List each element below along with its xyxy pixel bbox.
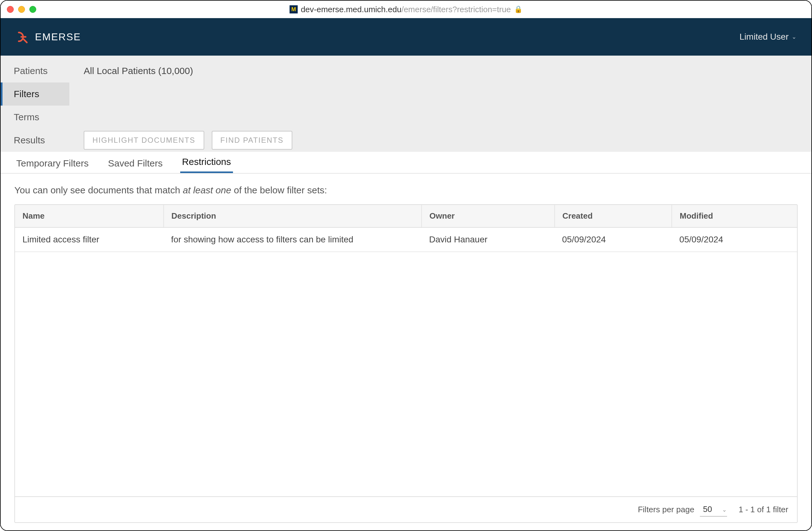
restrictions-table-wrap: Name Description Owner Created Modified … — [14, 204, 798, 523]
col-created[interactable]: Created — [555, 205, 672, 227]
sidebar-item-label: Results — [14, 135, 45, 146]
cell-modified: 05/09/2024 — [672, 227, 797, 252]
terms-row-placeholder — [69, 105, 811, 129]
filters-row-placeholder — [69, 83, 811, 105]
subheader-right: All Local Patients (10,000) HIGHLIGHT DO… — [69, 56, 811, 152]
brand-name: EMERSE — [35, 31, 81, 43]
zoom-window-button[interactable] — [29, 6, 36, 13]
chevron-down-icon: ⌄ — [792, 33, 796, 40]
table-header-row: Name Description Owner Created Modified — [15, 205, 797, 227]
per-page-select[interactable]: 50 — [700, 503, 727, 517]
cell-description: for showing how access to filters can be… — [164, 227, 422, 252]
table-empty-area — [15, 252, 797, 496]
tab-temporary-filters[interactable]: Temporary Filters — [14, 154, 90, 173]
intro-emphasis: at least one — [183, 185, 231, 195]
table-row[interactable]: Limited access filter for showing how ac… — [15, 227, 797, 252]
brand[interactable]: EMERSE — [16, 30, 81, 44]
tab-restrictions[interactable]: Restrictions — [180, 152, 233, 173]
user-menu[interactable]: Limited User ⌄ — [740, 32, 796, 42]
sidebar-item-patients[interactable]: Patients — [1, 59, 69, 83]
url-path: /emerse/filters?restriction=true — [401, 5, 511, 14]
filter-tabs: Temporary Filters Saved Filters Restrict… — [1, 152, 811, 174]
window-titlebar: M dev-emerse.med.umich.edu/emerse/filter… — [1, 1, 811, 18]
col-modified[interactable]: Modified — [672, 205, 797, 227]
sidebar-item-label: Patients — [14, 66, 47, 76]
subheader-area: Patients Filters Terms Results All Local… — [1, 56, 811, 152]
site-favicon: M — [290, 5, 298, 13]
intro-suffix: of the below filter sets: — [231, 185, 327, 195]
url-host: dev-emerse.med.umich.edu — [301, 5, 401, 14]
app-window: M dev-emerse.med.umich.edu/emerse/filter… — [0, 0, 812, 531]
patients-summary: All Local Patients (10,000) — [84, 66, 193, 76]
sidebar-item-label: Terms — [14, 112, 39, 123]
patients-summary-row: All Local Patients (10,000) — [69, 59, 811, 83]
col-owner[interactable]: Owner — [422, 205, 555, 227]
minimize-window-button[interactable] — [18, 6, 25, 13]
lock-icon: 🔒 — [514, 5, 522, 13]
per-page-control: Filters per page 50 ⌄ — [638, 503, 727, 517]
cell-created: 05/09/2024 — [555, 227, 672, 252]
restrictions-table: Name Description Owner Created Modified … — [15, 205, 797, 252]
sidebar-item-terms[interactable]: Terms — [1, 105, 69, 129]
sidebar: Patients Filters Terms Results — [1, 56, 69, 152]
highlight-documents-button[interactable]: HIGHLIGHT DOCUMENTS — [84, 131, 204, 149]
find-patients-button[interactable]: FIND PATIENTS — [212, 131, 292, 149]
per-page-label: Filters per page — [638, 505, 694, 514]
user-label: Limited User — [740, 32, 788, 42]
cell-owner: David Hanauer — [422, 227, 555, 252]
sidebar-item-filters[interactable]: Filters — [1, 83, 69, 105]
intro-prefix: You can only see documents that match — [14, 185, 183, 195]
address-bar[interactable]: M dev-emerse.med.umich.edu/emerse/filter… — [290, 5, 522, 14]
table-footer: Filters per page 50 ⌄ 1 - 1 of 1 filter — [15, 496, 797, 522]
close-window-button[interactable] — [7, 6, 14, 13]
pagination-range: 1 - 1 of 1 filter — [739, 505, 788, 514]
app-header: EMERSE Limited User ⌄ — [1, 18, 811, 56]
sidebar-item-results[interactable]: Results — [1, 129, 69, 152]
cell-name: Limited access filter — [15, 227, 164, 252]
col-name[interactable]: Name — [15, 205, 164, 227]
sidebar-item-label: Filters — [14, 89, 39, 99]
restrictions-intro: You can only see documents that match at… — [14, 185, 798, 196]
brand-logo-icon — [16, 30, 29, 44]
tab-saved-filters[interactable]: Saved Filters — [106, 154, 164, 173]
window-controls — [7, 6, 36, 13]
results-actions-row: HIGHLIGHT DOCUMENTS FIND PATIENTS — [69, 129, 811, 152]
main-content: You can only see documents that match at… — [1, 174, 811, 530]
col-description[interactable]: Description — [164, 205, 422, 227]
